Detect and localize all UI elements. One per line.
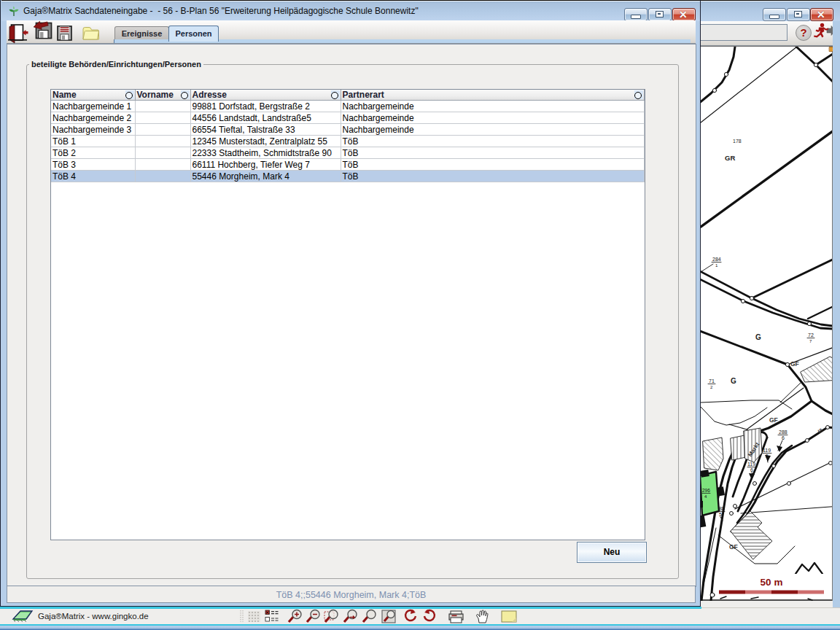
svg-text:284: 284 <box>712 257 721 262</box>
svg-text:288: 288 <box>779 429 788 435</box>
svg-text:296: 296 <box>702 488 710 493</box>
svg-text:GR: GR <box>725 154 735 162</box>
svg-text:7: 7 <box>809 339 812 343</box>
svg-text:G: G <box>755 333 761 341</box>
svg-text:5: 5 <box>719 512 722 517</box>
svg-text:2: 2 <box>710 385 713 389</box>
svg-text:1: 1 <box>715 263 718 268</box>
svg-text:6: 6 <box>782 435 785 440</box>
svg-text:G: G <box>731 377 736 385</box>
svg-text:GF: GF <box>790 360 799 368</box>
svg-text:178: 178 <box>733 139 742 144</box>
svg-text:6: 6 <box>750 467 753 472</box>
svg-text:119: 119 <box>763 448 771 453</box>
svg-text:GF: GF <box>769 416 778 424</box>
svg-text:71: 71 <box>709 378 715 384</box>
svg-text:119: 119 <box>747 462 755 467</box>
svg-text:50 m: 50 m <box>761 577 783 588</box>
svg-text:72: 72 <box>808 332 814 338</box>
